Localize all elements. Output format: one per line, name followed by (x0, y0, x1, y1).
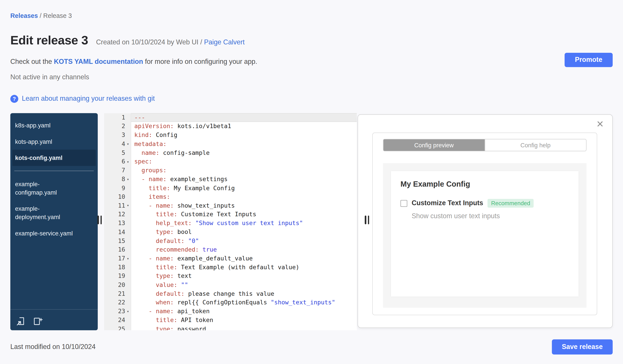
code-line[interactable]: apiVersion: kots.io/v1beta1 (131, 122, 357, 131)
code-line[interactable]: recommended: true (131, 245, 357, 254)
resize-handle-right[interactable] (365, 216, 369, 224)
file-item-kots-app-yaml[interactable]: kots-app.yaml (12, 133, 96, 150)
file-item-label: example-configmap.yaml (15, 180, 77, 196)
code-editor[interactable]: 1234▾56▾78▾91011▾121314151617▾1819202122… (104, 113, 357, 330)
code-line[interactable]: type: bool (131, 228, 357, 237)
code-line[interactable]: type: password (131, 324, 357, 330)
code-line[interactable]: title: Customize Text Inputs (131, 210, 357, 219)
file-item-example-service-yaml[interactable]: example-service.yaml (12, 225, 96, 242)
breadcrumb: Releases / Release 3 (10, 12, 72, 20)
gutter-line: 15 (104, 236, 131, 245)
gutter-line: 18 (104, 263, 131, 272)
title-row: Edit release 3 Created on 10/10/2024 by … (10, 33, 245, 48)
gutter-line: 25 (104, 324, 131, 330)
breadcrumb-current: Release 3 (43, 12, 72, 19)
tab-config-help[interactable]: Config help (485, 139, 586, 151)
file-item-k8s-app-yaml[interactable]: k8s-app.yaml (12, 117, 96, 133)
code-line[interactable]: help_text: "Show custom user text inputs… (131, 219, 357, 228)
created-info: Created on 10/10/2024 by Web UI / Paige … (96, 39, 245, 46)
code-line[interactable]: items: (131, 192, 357, 201)
file-tree-bottom-divider (10, 309, 98, 310)
gutter-line: 22 (104, 298, 131, 307)
fold-arrow-icon[interactable]: ▾ (125, 203, 131, 208)
code-line[interactable]: default: "0" (131, 236, 357, 245)
fold-arrow-icon[interactable]: ▾ (125, 309, 131, 314)
fold-arrow-icon[interactable]: ▾ (125, 142, 131, 146)
code-line[interactable]: name: config-sample (131, 148, 357, 157)
code-line[interactable]: title: API token (131, 316, 357, 324)
editor-gutter[interactable]: 1234▾56▾78▾91011▾121314151617▾1819202122… (104, 113, 131, 330)
code-line[interactable]: when: repl{{ ConfigOptionEquals "show_te… (131, 298, 357, 307)
code-line[interactable]: title: Text Example (with default value) (131, 263, 357, 272)
created-text: Created on 10/10/2024 by Web UI / (96, 39, 204, 46)
gutter-line: 12 (104, 210, 131, 219)
kots-docs-link[interactable]: KOTS YAML documentation (54, 58, 143, 65)
docs-prefix: Check out the (10, 58, 54, 65)
config-preview-panel: × Config preview Config help My Example … (357, 114, 613, 328)
preview-content-area: My Example Config Customize Text Inputs … (383, 163, 586, 308)
code-line[interactable]: --- (131, 113, 357, 122)
promote-button[interactable]: Promote (565, 53, 613, 67)
file-item-label: example-service.yaml (15, 229, 73, 237)
gutter-line: 8▾ (104, 175, 131, 183)
file-item-kots-config-yaml[interactable]: kots-config.yaml (12, 150, 96, 166)
channel-status: Not active in any channels (10, 73, 89, 81)
file-item-example-configmap-yaml[interactable]: example-configmap.yaml (12, 176, 96, 200)
gutter-line: 24 (104, 316, 131, 324)
file-item-label: kots-config.yaml (15, 154, 62, 162)
config-card: My Example Config Customize Text Inputs … (391, 171, 578, 297)
tab-config-preview[interactable]: Config preview (383, 139, 484, 151)
page-title: Edit release 3 (10, 33, 88, 48)
git-releases-link[interactable]: Learn about managing your releases with … (22, 95, 155, 103)
fold-arrow-icon[interactable]: ▾ (125, 160, 131, 164)
code-line[interactable]: - name: show_text_inputs (131, 201, 357, 210)
close-icon[interactable]: × (597, 118, 603, 130)
new-file-icon[interactable] (32, 316, 43, 326)
gutter-line: 13 (104, 219, 131, 228)
resize-handle-left[interactable] (97, 216, 102, 224)
file-tree-divider (14, 171, 94, 171)
code-line[interactable]: type: text (131, 272, 357, 281)
code-line[interactable]: spec: (131, 157, 357, 166)
config-item-label: Customize Text Inputs (412, 199, 483, 207)
code-line[interactable]: metadata: (131, 140, 357, 148)
docs-info: Check out the KOTS YAML documentation fo… (10, 58, 257, 66)
config-preview-container: Config preview Config help My Example Co… (372, 133, 597, 315)
code-line[interactable]: - name: api_token (131, 307, 357, 316)
code-line[interactable]: kind: Config (131, 131, 357, 140)
preview-tabbar: Config preview Config help (383, 139, 586, 151)
fold-arrow-icon[interactable]: ▾ (125, 177, 131, 181)
question-circle-icon[interactable]: ? (10, 95, 18, 103)
editor-code[interactable]: ---apiVersion: kots.io/v1beta1kind: Conf… (131, 113, 357, 330)
docs-suffix: for more info on configuring your app. (143, 58, 257, 65)
edit-release-page: Releases / Release 3 Edit release 3 Crea… (0, 0, 623, 364)
file-tree-pane: k8s-app.yaml kots-app.yaml kots-config.y… (10, 113, 98, 330)
code-line[interactable]: groups: (131, 166, 357, 175)
gutter-line: 14 (104, 228, 131, 237)
breadcrumb-releases-link[interactable]: Releases (10, 12, 38, 19)
gutter-line: 17▾ (104, 254, 131, 263)
gutter-line: 4▾ (104, 140, 131, 148)
code-line[interactable]: title: My Example Config (131, 183, 357, 192)
upload-file-icon[interactable] (16, 316, 26, 326)
git-help-row[interactable]: ? Learn about managing your releases wit… (10, 95, 155, 103)
author-link[interactable]: Paige Calvert (204, 39, 245, 46)
code-line[interactable]: - name: example_settings (131, 175, 357, 183)
gutter-line: 1 (104, 113, 131, 122)
last-modified-text: Last modified on 10/10/2024 (10, 343, 96, 351)
config-option-row[interactable]: Customize Text Inputs Recommended (400, 199, 569, 208)
code-line[interactable]: - name: example_default_value (131, 254, 357, 263)
fold-arrow-icon[interactable]: ▾ (125, 256, 131, 261)
gutter-line: 2 (104, 122, 131, 131)
file-item-label: kots-app.yaml (15, 137, 52, 146)
config-checkbox[interactable] (400, 200, 407, 207)
save-release-button[interactable]: Save release (552, 340, 613, 355)
code-line[interactable]: default: please change this value (131, 289, 357, 298)
gutter-line: 20 (104, 281, 131, 289)
file-item-label: k8s-app.yaml (15, 121, 50, 129)
gutter-line: 5 (104, 148, 131, 157)
gutter-line: 10 (104, 192, 131, 201)
code-line[interactable]: value: "" (131, 281, 357, 289)
file-item-example-deployment-yaml[interactable]: example-deployment.yaml (12, 201, 96, 225)
file-tree-actions (16, 316, 43, 326)
